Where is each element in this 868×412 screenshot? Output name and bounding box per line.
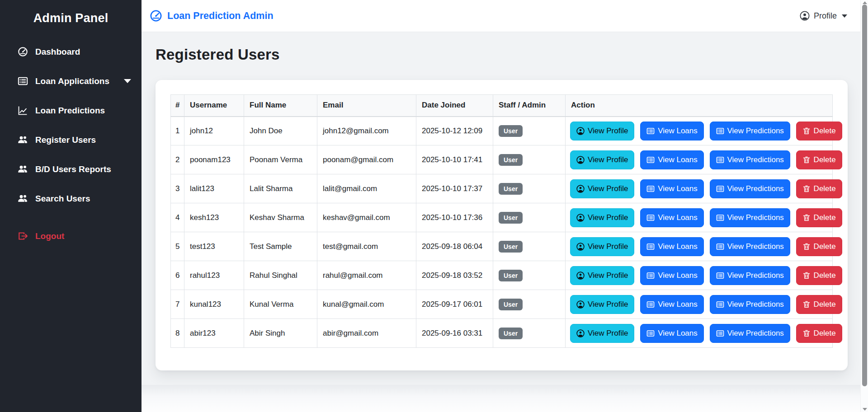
cell-fullname: Rahul Singhal	[244, 261, 317, 290]
delete-button[interactable]: Delete	[796, 237, 842, 256]
button-label: View Profile	[588, 214, 628, 221]
role-badge: User	[499, 241, 523, 253]
view-predictions-button[interactable]: View Predictions	[710, 179, 790, 198]
sidebar-item-search-users[interactable]: Search Users	[0, 184, 142, 213]
table-body: 1 john12 John Doe john12@gmail.com 2025-…	[171, 117, 833, 348]
button-label: View Loans	[658, 272, 698, 279]
delete-button[interactable]: Delete	[796, 150, 842, 169]
button-label: View Profile	[588, 156, 628, 164]
scroll-up-arrow[interactable]	[863, 1, 867, 4]
view-predictions-button[interactable]: View Predictions	[710, 266, 790, 285]
button-label: View Loans	[658, 243, 698, 250]
header-fullname: Full Name	[244, 95, 317, 117]
cell-actions: View Profile View Loans	[566, 290, 833, 319]
button-label: View Loans	[658, 127, 698, 135]
scrollbar-thumb[interactable]	[862, 5, 867, 386]
cell-date-joined: 2025-10-10 17:41	[416, 145, 493, 174]
view-loans-button[interactable]: View Loans	[640, 208, 704, 227]
cell-email: lalit@gmail.com	[317, 174, 416, 203]
cell-role: User	[493, 174, 566, 203]
cell-index: 7	[171, 290, 184, 319]
sidebar: Admin Panel Dashboard Loan	[0, 0, 142, 412]
delete-button[interactable]: Delete	[796, 324, 842, 343]
cell-role: User	[493, 203, 566, 232]
sidebar-item-logout[interactable]: Logout	[0, 221, 142, 251]
chevron-down-icon	[124, 79, 131, 83]
view-predictions-button[interactable]: View Predictions	[710, 122, 790, 140]
view-predictions-button[interactable]: View Predictions	[710, 237, 790, 256]
view-loans-button[interactable]: View Loans	[640, 150, 704, 169]
users-card: # Username Full Name Email Date Joined S…	[156, 80, 848, 370]
button-label: View Predictions	[727, 214, 784, 221]
cell-email: abir@gmail.com	[317, 319, 416, 348]
delete-button[interactable]: Delete	[796, 122, 842, 140]
cell-role: User	[493, 145, 566, 174]
cell-username: test123	[184, 232, 244, 261]
button-label: View Profile	[588, 329, 628, 337]
cell-role: User	[493, 232, 566, 261]
view-predictions-button[interactable]: View Predictions	[710, 324, 790, 343]
view-loans-button[interactable]: View Loans	[640, 179, 704, 198]
view-loans-button[interactable]: View Loans	[640, 266, 704, 285]
navbar-brand[interactable]: Loan Prediction Admin	[150, 9, 274, 22]
bottom-strip	[142, 385, 868, 412]
button-label: View Predictions	[727, 127, 784, 135]
view-predictions-button[interactable]: View Predictions	[710, 208, 790, 227]
table-row: 2 poonam123 Poonam Verma poonam@gmail.co…	[171, 145, 833, 174]
role-badge: User	[499, 328, 523, 339]
button-label: Delete	[814, 300, 836, 308]
person-circle-icon	[576, 156, 585, 164]
view-loans-button[interactable]: View Loans	[640, 324, 704, 343]
view-profile-button[interactable]: View Profile	[570, 324, 634, 343]
scrollbar[interactable]	[860, 0, 868, 412]
scroll-down-arrow[interactable]	[863, 408, 867, 411]
trash-icon	[802, 243, 811, 251]
profile-menu[interactable]: Profile	[800, 11, 847, 21]
delete-button[interactable]: Delete	[796, 179, 842, 198]
sidebar-item-loan-applications[interactable]: Loan Applications	[0, 66, 142, 96]
card-list-icon	[646, 329, 655, 337]
sidebar-item-register-users[interactable]: Register Users	[0, 125, 142, 154]
sidebar-item-label: Dashboard	[35, 47, 80, 57]
view-profile-button[interactable]: View Profile	[570, 266, 634, 285]
button-label: View Loans	[658, 300, 698, 308]
view-profile-button[interactable]: View Profile	[570, 122, 634, 140]
cell-date-joined: 2025-10-12 12:09	[416, 117, 493, 145]
sidebar-item-bd-users-reports[interactable]: B/D Users Reports	[0, 154, 142, 184]
people-icon	[18, 193, 28, 204]
view-profile-button[interactable]: View Profile	[570, 208, 634, 227]
view-profile-button[interactable]: View Profile	[570, 237, 634, 256]
speedometer-icon	[18, 47, 28, 57]
sidebar-item-label: Loan Predictions	[35, 106, 105, 116]
delete-button[interactable]: Delete	[796, 208, 842, 227]
role-badge: User	[499, 299, 523, 310]
view-predictions-button[interactable]: View Predictions	[710, 295, 790, 314]
card-list-icon	[716, 156, 724, 164]
trash-icon	[802, 214, 811, 222]
people-icon	[18, 135, 28, 145]
cell-actions: View Profile View Loans	[566, 145, 833, 174]
cell-actions: View Profile View Loans	[566, 261, 833, 290]
sidebar-item-dashboard[interactable]: Dashboard	[0, 37, 142, 66]
sidebar-item-loan-predictions[interactable]: Loan Predictions	[0, 96, 142, 125]
delete-button[interactable]: Delete	[796, 295, 842, 314]
button-label: View Predictions	[727, 272, 784, 279]
button-label: Delete	[814, 185, 836, 192]
view-profile-button[interactable]: View Profile	[570, 295, 634, 314]
table-row: 5 test123 Test Sample test@gmail.com 202…	[171, 232, 833, 261]
view-loans-button[interactable]: View Loans	[640, 295, 704, 314]
button-label: View Predictions	[727, 156, 784, 164]
cell-date-joined: 2025-09-18 06:04	[416, 232, 493, 261]
view-loans-button[interactable]: View Loans	[640, 237, 704, 256]
cell-date-joined: 2025-09-16 03:31	[416, 319, 493, 348]
view-profile-button[interactable]: View Profile	[570, 150, 634, 169]
cell-fullname: Kunal Verma	[244, 290, 317, 319]
view-profile-button[interactable]: View Profile	[570, 179, 634, 198]
button-label: Delete	[814, 243, 836, 250]
cell-email: john12@gmail.com	[317, 117, 416, 145]
header-date-joined: Date Joined	[416, 95, 493, 117]
view-loans-button[interactable]: View Loans	[640, 122, 704, 140]
delete-button[interactable]: Delete	[796, 266, 842, 285]
cell-fullname: Abir Singh	[244, 319, 317, 348]
view-predictions-button[interactable]: View Predictions	[710, 150, 790, 169]
